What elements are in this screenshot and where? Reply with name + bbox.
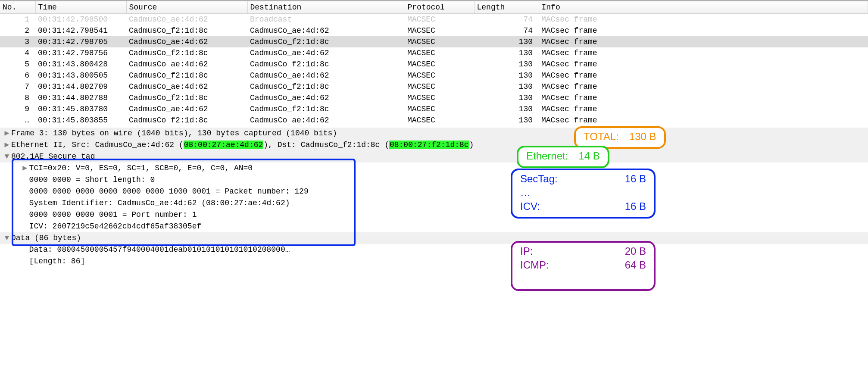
packet-time: 00:31:42.798541: [35, 25, 126, 36]
note-ip-l2: ICMP:: [520, 258, 549, 272]
packet-source: CadmusCo_ae:4d:62: [126, 36, 247, 47]
details-shortlen-row[interactable]: 0000 0000 = Short length: 0: [0, 174, 868, 186]
note-eth-value: 14 B: [578, 149, 599, 163]
details-eth-post: ): [469, 141, 474, 149]
details-pn-row[interactable]: 0000 0000 0000 0000 0000 0000 1000 0001 …: [0, 186, 868, 197]
table-row[interactable]: …00:31:45.803855CadmusCo_f2:1d:8cCadmusC…: [0, 115, 868, 126]
note-eth-label: Ethernet:: [526, 149, 568, 163]
details-datalen-row[interactable]: [Length: 86]: [0, 256, 868, 267]
col-time[interactable]: Time: [35, 1, 126, 14]
col-length[interactable]: Length: [474, 1, 539, 14]
packet-list-body[interactable]: 100:31:42.798500CadmusCo_ae:4d:62Broadca…: [0, 14, 868, 126]
col-no[interactable]: No.: [0, 1, 35, 14]
packet-length: 130: [474, 36, 539, 47]
packet-source: CadmusCo_ae:4d:62: [126, 81, 247, 92]
details-portnum-text: 0000 0000 0000 0001 = Port number: 1: [29, 210, 197, 219]
details-icv-text: ICV: 2607219c5e42662cb4cdf65af38305ef: [29, 222, 202, 231]
details-icv-row[interactable]: ICV: 2607219c5e42662cb4cdf65af38305ef: [0, 221, 868, 232]
packet-source: CadmusCo_f2:1d:8c: [126, 47, 247, 59]
packet-destination: CadmusCo_ae:4d:62: [247, 70, 405, 81]
packet-destination: CadmusCo_ae:4d:62: [247, 92, 405, 103]
eth-src-mac: 08:00:27:ae:4d:62: [184, 141, 264, 149]
details-frame-text: Frame 3: 130 bytes on wire (1040 bits), …: [11, 129, 337, 138]
details-eth-pre: Ethernet II, Src: CadmusCo_ae:4d:62 (: [11, 141, 184, 149]
packet-time: 00:31:45.803855: [35, 115, 126, 126]
note-total-label: TOTAL:: [584, 130, 619, 144]
packet-info: MACsec frame: [539, 36, 868, 47]
details-data-row[interactable]: ▼Data (86 bytes): [0, 232, 868, 244]
col-source[interactable]: Source: [126, 1, 247, 14]
details-sectag-row[interactable]: ▼802.1AE Secure tag: [0, 151, 868, 162]
chevron-right-icon[interactable]: ▶: [3, 128, 11, 139]
table-row[interactable]: 100:31:42.798500CadmusCo_ae:4d:62Broadca…: [0, 14, 868, 25]
note-sectag-v1: 16 B: [625, 172, 646, 186]
packet-length: 130: [474, 81, 539, 92]
packet-time: 00:31:42.798500: [35, 14, 126, 25]
col-info[interactable]: Info: [539, 1, 868, 14]
packet-protocol: MACSEC: [405, 81, 474, 92]
packet-list-header[interactable]: No. Time Source Destination Protocol Len…: [0, 1, 868, 14]
details-tci-text: TCI=0x20: V=0, ES=0, SC=1, SCB=0, E=0, C…: [29, 164, 253, 172]
table-row[interactable]: 600:31:43.800505CadmusCo_f2:1d:8cCadmusC…: [0, 70, 868, 81]
packet-source: CadmusCo_f2:1d:8c: [126, 115, 247, 126]
packet-no: 1: [0, 14, 35, 25]
packet-list-table[interactable]: No. Time Source Destination Protocol Len…: [0, 0, 868, 126]
packet-length: 130: [474, 115, 539, 126]
table-row[interactable]: 500:31:43.800428CadmusCo_ae:4d:62CadmusC…: [0, 59, 868, 70]
details-frame-row[interactable]: ▶Frame 3: 130 bytes on wire (1040 bits),…: [0, 128, 868, 139]
packet-time: 00:31:43.800505: [35, 70, 126, 81]
packet-source: CadmusCo_ae:4d:62: [126, 14, 247, 25]
note-sectag-l3: ICV:: [520, 200, 540, 213]
details-sysid-text: System Identifier: CadmusCo_ae:4d:62 (08…: [29, 199, 290, 207]
packet-no: 8: [0, 92, 35, 103]
table-row[interactable]: 700:31:44.802709CadmusCo_ae:4d:62CadmusC…: [0, 81, 868, 92]
details-sysid-row[interactable]: System Identifier: CadmusCo_ae:4d:62 (08…: [0, 197, 868, 209]
packet-details-pane[interactable]: ▶Frame 3: 130 bytes on wire (1040 bits),…: [0, 126, 868, 267]
packet-source: CadmusCo_f2:1d:8c: [126, 70, 247, 81]
packet-no: 9: [0, 103, 35, 115]
packet-length: 130: [474, 59, 539, 70]
table-row[interactable]: 200:31:42.798541CadmusCo_f2:1d:8cCadmusC…: [0, 25, 868, 36]
table-row[interactable]: 300:31:42.798705CadmusCo_ae:4d:62CadmusC…: [0, 36, 868, 47]
note-sectag: SecTag:16 B … ICV:16 B: [511, 169, 656, 219]
table-row[interactable]: 800:31:44.802788CadmusCo_f2:1d:8cCadmusC…: [0, 92, 868, 103]
packet-length: 130: [474, 103, 539, 115]
note-ip-v2: 64 B: [625, 258, 646, 272]
packet-length: 130: [474, 92, 539, 103]
packet-length: 74: [474, 14, 539, 25]
packet-source: CadmusCo_ae:4d:62: [126, 103, 247, 115]
packet-no: 7: [0, 81, 35, 92]
chevron-down-icon[interactable]: ▼: [3, 151, 11, 162]
packet-destination: CadmusCo_ae:4d:62: [247, 47, 405, 59]
col-destination[interactable]: Destination: [247, 1, 405, 14]
app-root: { "packet_list": { "columns": ["No.","Ti…: [0, 0, 868, 375]
packet-info: MACsec frame: [539, 81, 868, 92]
details-portnum-row[interactable]: 0000 0000 0000 0001 = Port number: 1: [0, 209, 868, 221]
details-datahex-text: Data: 08004500005457f940004001deab010101…: [29, 245, 290, 254]
packet-protocol: MACSEC: [405, 36, 474, 47]
details-ethernet-row[interactable]: ▶Ethernet II, Src: CadmusCo_ae:4d:62 (08…: [0, 139, 868, 151]
packet-length: 130: [474, 47, 539, 59]
packet-time: 00:31:44.802788: [35, 92, 126, 103]
details-tci-row[interactable]: ▶TCI=0x20: V=0, ES=0, SC=1, SCB=0, E=0, …: [0, 162, 868, 174]
details-datahex-row[interactable]: Data: 08004500005457f940004001deab010101…: [0, 244, 868, 256]
chevron-right-icon[interactable]: ▶: [3, 139, 11, 151]
packet-destination: CadmusCo_f2:1d:8c: [247, 36, 405, 47]
packet-time: 00:31:42.798705: [35, 36, 126, 47]
packet-protocol: MACSEC: [405, 115, 474, 126]
packet-destination: CadmusCo_f2:1d:8c: [247, 81, 405, 92]
packet-length: 74: [474, 25, 539, 36]
col-protocol[interactable]: Protocol: [405, 1, 474, 14]
packet-protocol: MACSEC: [405, 103, 474, 115]
eth-dst-mac: 08:00:27:f2:1d:8c: [389, 141, 469, 149]
table-row[interactable]: 400:31:42.798756CadmusCo_f2:1d:8cCadmusC…: [0, 47, 868, 59]
chevron-right-icon[interactable]: ▶: [21, 162, 29, 174]
packet-info: MACsec frame: [539, 47, 868, 59]
chevron-down-icon[interactable]: ▼: [3, 232, 11, 244]
packet-no: 3: [0, 36, 35, 47]
packet-destination: CadmusCo_f2:1d:8c: [247, 103, 405, 115]
packet-time: 00:31:45.803780: [35, 103, 126, 115]
packet-source: CadmusCo_f2:1d:8c: [126, 25, 247, 36]
packet-info: MACsec frame: [539, 25, 868, 36]
table-row[interactable]: 900:31:45.803780CadmusCo_ae:4d:62CadmusC…: [0, 103, 868, 115]
